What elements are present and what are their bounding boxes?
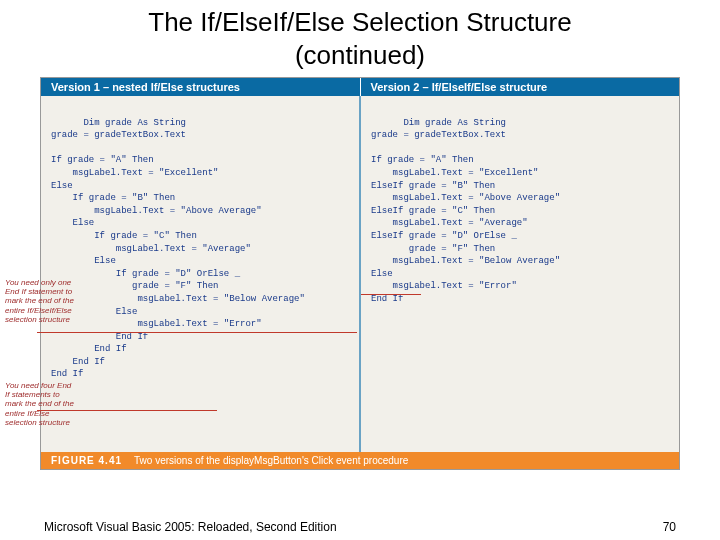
- code-version-1: Dim grade As String grade = gradeTextBox…: [41, 96, 359, 452]
- figure-caption: Two versions of the displayMsgButton's C…: [134, 455, 408, 466]
- footer-text: Microsoft Visual Basic 2005: Reloaded, S…: [44, 520, 337, 534]
- annotation-end-if-four: You need four End If statements to mark …: [5, 381, 77, 427]
- code-columns: Dim grade As String grade = gradeTextBox…: [41, 96, 679, 452]
- callout-line-3: [361, 294, 421, 295]
- figure-label: FIGURE 4.41: [51, 455, 122, 466]
- slide-footer: Microsoft Visual Basic 2005: Reloaded, S…: [0, 520, 720, 534]
- code-version-2: Dim grade As String grade = gradeTextBox…: [359, 96, 679, 452]
- column-headers: Version 1 – nested If/Else structures Ve…: [41, 78, 679, 96]
- annotation-end-if-single: You need only one End If statement to ma…: [5, 278, 77, 324]
- header-left: Version 1 – nested If/Else structures: [41, 78, 360, 96]
- code-figure: Version 1 – nested If/Else structures Ve…: [40, 77, 680, 470]
- figure-caption-bar: FIGURE 4.41 Two versions of the displayM…: [41, 452, 679, 469]
- code-right-text: Dim grade As String grade = gradeTextBox…: [371, 118, 560, 304]
- code-left-text: Dim grade As String grade = gradeTextBox…: [51, 118, 305, 380]
- slide-title: The If/ElseIf/Else Selection Structure(c…: [0, 0, 720, 73]
- page-number: 70: [663, 520, 676, 534]
- header-right: Version 2 – If/ElseIf/Else structure: [360, 78, 680, 96]
- callout-line-1: [37, 332, 357, 333]
